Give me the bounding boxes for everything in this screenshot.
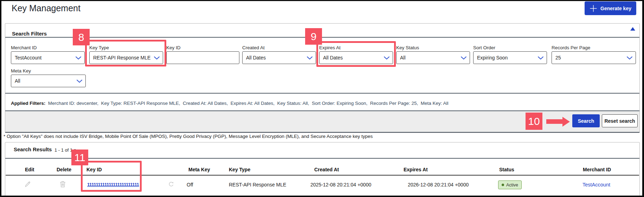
- meta-key-label: Meta Key: [11, 68, 31, 74]
- sort-order-select[interactable]: Expiring Soon: [473, 51, 547, 64]
- search-button[interactable]: Search: [572, 114, 600, 127]
- filters-action-bar: Search Reset search: [5, 110, 639, 133]
- key-status-value: All: [400, 55, 406, 61]
- chevron-down-icon: [537, 56, 544, 60]
- merchant-id-select[interactable]: TestAccount: [11, 51, 85, 64]
- chevron-down-icon: [307, 56, 313, 60]
- sort-order-label: Sort Order: [473, 45, 495, 50]
- key-management-page: Key Management Generate key Search Filte…: [0, 0, 644, 197]
- created-at-select[interactable]: All Dates: [242, 51, 316, 64]
- filters-divider: [5, 93, 639, 94]
- annotation-label-9: 9: [305, 28, 322, 45]
- sort-order-value: Expiring Soon: [477, 55, 508, 61]
- column-header-created-at: Created At: [314, 167, 339, 172]
- chevron-down-icon: [461, 56, 467, 60]
- filters-header-divider: [5, 37, 639, 38]
- applied-filters-label: Applied Filters:: [11, 101, 45, 106]
- created-at-label: Created At: [242, 45, 265, 50]
- meta-key-value: All: [15, 78, 20, 84]
- pencil-icon: [24, 181, 31, 188]
- records-per-page-value: 25: [555, 55, 561, 61]
- applied-filters: Applied Filters: Merchant ID: devcenter,…: [11, 101, 449, 106]
- reset-search-button[interactable]: Reset search: [602, 114, 638, 127]
- annotation-label-10: 10: [526, 113, 542, 130]
- rotate-key-button[interactable]: [168, 182, 174, 188]
- annotation-label-8: 8: [73, 29, 90, 45]
- collapse-chevron-up-icon[interactable]: [630, 27, 635, 31]
- chevron-down-icon: [626, 56, 633, 60]
- applied-filters-gap: [45, 101, 48, 106]
- search-filters-title: Search Filters: [12, 31, 47, 37]
- merchant-id-label: Merchant ID: [11, 45, 37, 50]
- key-status-label: Key Status: [396, 45, 419, 50]
- merchant-id-link[interactable]: TestAccount: [582, 182, 610, 188]
- annotation-box-11: [81, 161, 142, 192]
- created-at-value: All Dates: [246, 55, 266, 61]
- chevron-down-icon: [76, 80, 83, 83]
- applied-filters-summary: Merchant ID: devcenter, Key Type: REST-A…: [48, 101, 449, 106]
- edit-key-button[interactable]: [24, 181, 31, 189]
- annotation-label-11: 11: [71, 150, 88, 165]
- status-text: Active: [506, 183, 518, 188]
- delete-key-button[interactable]: [60, 181, 66, 189]
- column-header-key-type: Key Type: [229, 167, 250, 172]
- trash-icon: [60, 181, 66, 188]
- refresh-icon: [168, 182, 174, 187]
- active-dot-icon: [502, 184, 504, 186]
- key-type-cell: REST-API Response MLE: [229, 182, 286, 188]
- column-header-expires-at: Expires At: [404, 167, 428, 172]
- meta-key-select[interactable]: All: [11, 75, 86, 87]
- meta-key-cell: Off: [187, 182, 193, 188]
- column-header-status: Status: [499, 167, 514, 172]
- key-id-input[interactable]: [166, 51, 239, 64]
- column-header-merchant-id: Merchant ID: [583, 167, 611, 172]
- records-per-page-label: Records Per Page: [552, 45, 590, 50]
- generate-key-label: Generate key: [600, 6, 631, 11]
- annotation-box-9: [316, 41, 396, 67]
- annotation-arrow-10: [546, 119, 563, 124]
- column-header-delete: Delete: [57, 167, 71, 172]
- created-at-cell: 2025-12-08 20:21:04 +0000: [310, 182, 371, 188]
- chevron-down-icon: [75, 56, 82, 60]
- key-status-select[interactable]: All: [396, 51, 470, 64]
- expires-at-cell: 2026-12-08 20:21:04 +0000: [408, 182, 469, 188]
- generate-key-button[interactable]: Generate key: [585, 1, 636, 15]
- all-keys-footnote: * Option "All Keys" does not include ISV…: [4, 134, 373, 139]
- merchant-id-value: TestAccount: [15, 55, 41, 61]
- search-results-title: Search Results: [14, 146, 52, 152]
- column-header-edit: Edit: [25, 167, 34, 172]
- page-title: Key Management: [12, 3, 80, 13]
- results-header-divider: [5, 158, 639, 159]
- annotation-arrow-head-10: [562, 117, 570, 127]
- status-badge: Active: [498, 180, 522, 189]
- annotation-box-8: [85, 40, 166, 66]
- column-header-meta-key: Meta Key: [188, 167, 210, 172]
- records-per-page-select[interactable]: 25: [552, 51, 636, 64]
- plus-icon: [590, 5, 597, 12]
- key-id-label: Key ID: [166, 45, 181, 50]
